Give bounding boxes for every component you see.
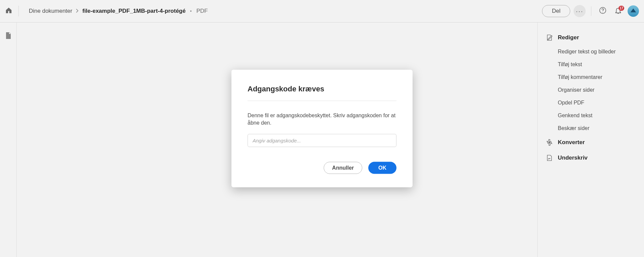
cancel-button[interactable]: Annuller [324, 162, 362, 174]
ok-button[interactable]: OK [368, 162, 396, 174]
password-modal: Adgangskode kræves Denne fil er adgangsk… [231, 70, 413, 187]
modal-actions: Annuller OK [248, 162, 396, 174]
password-input[interactable] [248, 134, 396, 147]
modal-message: Denne fil er adgangskodebeskyttet. Skriv… [248, 112, 396, 127]
modal-title: Adgangskode kræves [248, 84, 396, 101]
